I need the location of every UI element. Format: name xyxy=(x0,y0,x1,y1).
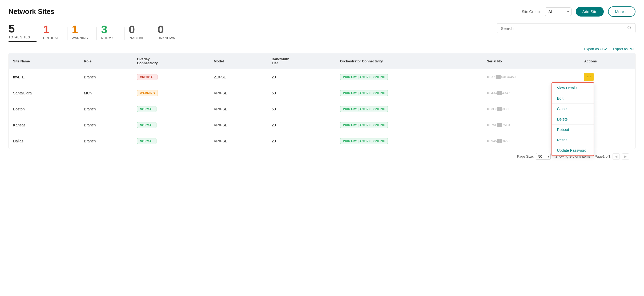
actions-button[interactable]: ⋯ xyxy=(584,73,594,81)
table-row: Dallas Branch NORMAL VPX-SE 20 PRIMARY |… xyxy=(9,133,635,149)
stat-critical-number: 1 xyxy=(43,24,49,35)
overlay-badge: CRITICAL xyxy=(137,74,158,80)
cell-orchestrator: PRIMARY | ACTIVE | ONLINE xyxy=(336,85,483,101)
stat-inactive-number: 0 xyxy=(129,24,135,35)
overlay-badge: NORMAL xyxy=(137,122,156,128)
next-page-button[interactable]: ▶ xyxy=(622,153,629,160)
overlay-badge: WARNING xyxy=(137,90,158,96)
copy-serial-icon[interactable]: ⧉ xyxy=(487,75,489,79)
page-size-wrapper: Page Size: 50 25 100 ▾ xyxy=(517,153,551,160)
cell-role: Branch xyxy=(80,133,133,149)
search-input[interactable] xyxy=(501,26,625,31)
cell-site-name: Kansas xyxy=(9,117,80,133)
cell-overlay: NORMAL xyxy=(133,133,210,149)
cell-overlay: CRITICAL xyxy=(133,69,210,85)
export-pdf-link[interactable]: Export as PDF xyxy=(613,47,635,51)
svg-line-1 xyxy=(630,29,631,29)
stat-normal: 3 NORMAL xyxy=(101,24,122,42)
orchestrator-badge: PRIMARY | ACTIVE | ONLINE xyxy=(340,122,388,128)
stat-normal-label: NORMAL xyxy=(101,36,115,40)
cell-bandwidth: 20 xyxy=(267,117,336,133)
cell-overlay: WARNING xyxy=(133,85,210,101)
page-title: Network Sites xyxy=(9,7,54,16)
page-size-select-wrapper: 50 25 100 ▾ xyxy=(536,153,551,160)
cell-overlay: NORMAL xyxy=(133,117,210,133)
site-group-label: Site Group: xyxy=(522,10,541,14)
cell-site-name: SantaClara xyxy=(9,85,80,101)
stat-critical: 1 CRITICAL xyxy=(43,24,65,42)
col-bandwidth: BandwidthTier xyxy=(267,53,336,69)
copy-serial-icon[interactable]: ⧉ xyxy=(487,107,489,111)
cell-orchestrator: PRIMARY | ACTIVE | ONLINE xyxy=(336,117,483,133)
copy-serial-icon[interactable]: ⧉ xyxy=(487,91,489,95)
actions-dropdown-wrapper: ⋯ View Details Edit Clone Delete Reboot … xyxy=(584,73,594,81)
menu-item-update-password[interactable]: Update Password xyxy=(552,145,594,155)
site-group-wrapper: All Group 1 Group 2 ▾ xyxy=(545,7,571,16)
stat-total-label: TOTAL SITES xyxy=(9,35,30,39)
stat-inactive-label: INACTIVE xyxy=(129,36,144,40)
cell-orchestrator: PRIMARY | ACTIVE | ONLINE xyxy=(336,101,483,117)
table-row: SantaClara MCN WARNING VPX-SE 50 PRIMARY… xyxy=(9,85,635,101)
stat-warning: 1 WARNING xyxy=(72,24,94,42)
serial-number: 4X4██4X4X xyxy=(491,91,510,95)
cell-role: Branch xyxy=(80,69,133,85)
col-site-name: Site Name xyxy=(9,53,80,69)
orchestrator-badge: PRIMARY | ACTIVE | ONLINE xyxy=(340,74,388,80)
table-header-row: Site Name Role OverlayConnectivity Model… xyxy=(9,53,635,69)
cell-bandwidth: 50 xyxy=(267,101,336,117)
stat-unknown-label: UNKNOWN xyxy=(158,36,175,40)
stat-divider-1 xyxy=(39,27,39,40)
cell-overlay: NORMAL xyxy=(133,101,210,117)
cell-role: MCN xyxy=(80,85,133,101)
stat-critical-label: CRITICAL xyxy=(43,36,59,40)
orchestrator-badge: PRIMARY | ACTIVE | ONLINE xyxy=(340,138,388,144)
page-size-select[interactable]: 50 25 100 xyxy=(536,153,551,160)
copy-serial-icon[interactable]: ⧉ xyxy=(487,123,489,127)
cell-orchestrator: PRIMARY | ACTIVE | ONLINE xyxy=(336,69,483,85)
search-icon xyxy=(627,26,631,31)
more-button[interactable]: More ... xyxy=(608,6,635,17)
serial-number: 3E3██3E3F xyxy=(491,107,510,111)
menu-item-delete[interactable]: Delete xyxy=(552,114,594,125)
export-separator: | xyxy=(609,47,610,51)
menu-item-view-details[interactable]: View Details xyxy=(552,83,594,93)
sites-table-container: Site Name Role OverlayConnectivity Model… xyxy=(9,53,635,149)
stat-divider-4 xyxy=(124,27,124,40)
menu-item-clone[interactable]: Clone xyxy=(552,104,594,114)
col-actions: Actions xyxy=(580,53,635,69)
table-row: myLTE Branch CRITICAL 210-SE 20 PRIMARY … xyxy=(9,69,635,85)
cell-role: Branch xyxy=(80,101,133,117)
sites-table: Site Name Role OverlayConnectivity Model… xyxy=(9,53,635,149)
stat-inactive: 0 INACTIVE xyxy=(129,24,151,42)
cell-site-name: Boston xyxy=(9,101,80,117)
add-site-button[interactable]: Add Site xyxy=(576,7,604,17)
stat-warning-label: WARNING xyxy=(72,36,88,40)
col-role: Role xyxy=(80,53,133,69)
cell-model: VPX-SE xyxy=(210,117,267,133)
menu-item-reset[interactable]: Reset xyxy=(552,135,594,145)
cell-orchestrator: PRIMARY | ACTIVE | ONLINE xyxy=(336,133,483,149)
cell-bandwidth: 50 xyxy=(267,85,336,101)
stat-unknown: 0 UNKNOWN xyxy=(158,24,182,42)
page-size-label: Page Size: xyxy=(517,154,534,158)
cell-site-name: myLTE xyxy=(9,69,80,85)
cell-site-name: Dallas xyxy=(9,133,80,149)
table-row: Boston Branch NORMAL VPX-SE 50 PRIMARY |… xyxy=(9,101,635,117)
site-group-select[interactable]: All Group 1 Group 2 xyxy=(545,7,571,16)
col-serial: Serial No xyxy=(482,53,580,69)
prev-page-button[interactable]: ◀ xyxy=(613,153,620,160)
export-csv-link[interactable]: Export as CSV xyxy=(584,47,607,51)
menu-item-edit[interactable]: Edit xyxy=(552,93,594,104)
export-row: Export as CSV | Export as PDF xyxy=(9,47,635,51)
copy-serial-icon[interactable]: ⧉ xyxy=(487,139,489,143)
col-overlay: OverlayConnectivity xyxy=(133,53,210,69)
overlay-badge: NORMAL xyxy=(137,138,156,144)
stat-divider-3 xyxy=(96,27,97,40)
cell-bandwidth: 20 xyxy=(267,133,336,149)
menu-item-reboot[interactable]: Reboot xyxy=(552,125,594,135)
cell-bandwidth: 20 xyxy=(267,69,336,85)
col-orchestrator: Orchestrator Connectivity xyxy=(336,53,483,69)
header-actions: Site Group: All Group 1 Group 2 ▾ Add Si… xyxy=(522,6,635,17)
serial-number: 75F██75F3 xyxy=(491,123,510,127)
stats-bar: 5 TOTAL SITES 1 CRITICAL 1 WARNING 3 NOR… xyxy=(9,23,184,42)
